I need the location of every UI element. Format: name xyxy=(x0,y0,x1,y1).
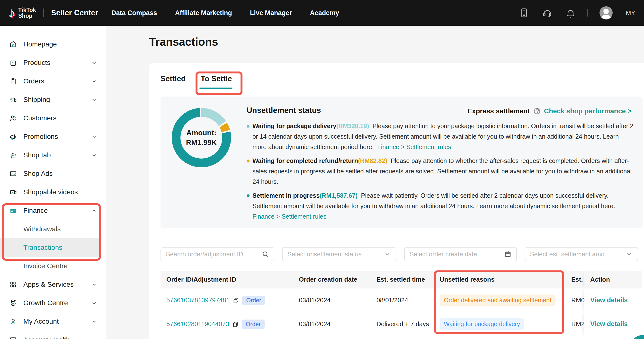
avatar-body xyxy=(601,15,611,20)
sidebar-item-apps-services[interactable]: Apps & Services xyxy=(0,275,106,294)
sidebar-item-growth-centre[interactable]: Growth Centre xyxy=(0,294,106,312)
chevron-down-icon xyxy=(91,152,97,158)
transactions-table: Order ID/Adjustment ID Order creation da… xyxy=(160,271,642,336)
order-id-link[interactable]: 576610378139797481 xyxy=(166,296,230,304)
table-row: 576610280119044073 Order 03/01/2024 Deli… xyxy=(160,312,642,336)
tab-settled[interactable]: Settled xyxy=(160,74,186,83)
reason-badge-waiting-delivery: Waiting for package delivery xyxy=(440,318,524,330)
copy-icon[interactable] xyxy=(232,321,239,328)
tab-to-settle[interactable]: To Settle xyxy=(201,74,232,83)
sidebar-item-homepage[interactable]: Homepage xyxy=(0,35,106,54)
bag-icon xyxy=(9,59,17,67)
person-icon xyxy=(9,318,17,326)
truck-icon xyxy=(9,96,17,104)
col-action: Action xyxy=(584,271,642,288)
bullet-dot-light-teal xyxy=(246,125,250,128)
sidebar-item-promotions[interactable]: Promotions xyxy=(0,128,106,146)
help-circle-icon[interactable]: ? xyxy=(533,108,541,115)
express-settlement: Express settlement ? Check shop performa… xyxy=(468,107,632,115)
check-shop-performance-link[interactable]: Check shop performance > xyxy=(544,107,632,115)
medal-icon xyxy=(9,299,17,307)
col-unsettled-reasons: Unsettled reasons xyxy=(434,276,566,283)
sidebar-item-invoice-centre[interactable]: Invoice Centre xyxy=(0,257,106,275)
order-type-badge: Order xyxy=(242,296,265,305)
donut-center-label: Amount: RM1.99K xyxy=(180,117,222,158)
support-headset-icon[interactable] xyxy=(542,8,552,18)
sidebar-item-transactions[interactable]: Transactions xyxy=(0,238,101,257)
settlement-rules-link[interactable]: Finance > Settlement rules xyxy=(377,144,451,150)
express-settlement-label: Express settlement xyxy=(468,107,530,115)
monitor-icon xyxy=(9,336,17,339)
est-settlement-amount-select[interactable] xyxy=(524,247,638,261)
est-amount-cell: RM0 xyxy=(566,296,584,304)
order-create-date-input[interactable] xyxy=(410,250,502,258)
view-details-link[interactable]: View details xyxy=(590,320,628,328)
chevron-down-icon xyxy=(91,60,97,66)
sidebar-item-my-account[interactable]: My Account xyxy=(0,312,106,331)
search-order-filter[interactable] xyxy=(160,247,274,261)
top-menu: Data Compass Affiliate Marketing Live Ma… xyxy=(112,9,339,17)
people-icon xyxy=(9,114,17,122)
order-create-date-picker[interactable] xyxy=(404,247,517,261)
panel-heading: Unsettlement status xyxy=(246,106,321,115)
bullet-settlement-in-progress: Settlement in progress(RM1,587.67)Please… xyxy=(246,190,634,222)
sidebar-item-account-health[interactable]: Account Health xyxy=(0,331,106,339)
settlement-rules-link[interactable]: Finance > Settlement rules xyxy=(252,213,326,220)
notification-bell-icon[interactable] xyxy=(566,8,576,18)
est-amount-cell: RM2 xyxy=(566,320,584,328)
product-name[interactable]: Seller Center xyxy=(51,8,98,17)
col-creation-date: Order creation date xyxy=(293,276,371,283)
tiktok-logo-icon[interactable]: ♪ xyxy=(9,6,15,20)
unsettlement-status-panel: Amount: RM1.99K Unsettlement status Expr… xyxy=(160,96,642,228)
col-est-settled-time: Est. settled time xyxy=(371,276,434,283)
page-title: Transactions xyxy=(149,35,218,48)
shopbag-icon xyxy=(9,151,17,159)
creation-date-cell: 03/01/2024 xyxy=(293,320,371,328)
clipboard-icon xyxy=(9,77,17,85)
unsettled-reason-cell: Waiting for package delivery xyxy=(434,318,566,330)
bullet-dot-orange xyxy=(246,160,250,162)
tiktok-shop-logo[interactable]: TikTok Shop xyxy=(18,7,36,19)
unsettled-reason-cell: Order delivered and awaiting settlement xyxy=(434,294,566,306)
col-est-settlement-amount: Est. s xyxy=(566,276,584,283)
account-avatar[interactable] xyxy=(600,6,613,20)
sidebar: Homepage Products Orders Shipping xyxy=(0,26,106,339)
sidebar-item-shop-tab[interactable]: Shop tab xyxy=(0,146,106,164)
menu-affiliate-marketing[interactable]: Affiliate Marketing xyxy=(175,9,232,17)
view-details-link[interactable]: View details xyxy=(590,296,628,304)
sidebar-item-products[interactable]: Products xyxy=(0,54,106,72)
bullet-dot-teal xyxy=(246,194,250,197)
megaphone-icon xyxy=(9,133,17,140)
bullet-waiting-refund-return: Waiting for completed refund/return(RM82… xyxy=(246,156,634,187)
chevron-down-icon xyxy=(91,97,97,102)
unsettlement-status-input[interactable] xyxy=(288,250,382,258)
sidebar-item-customers[interactable]: Customers xyxy=(0,109,106,128)
account-label[interactable]: MY xyxy=(626,9,635,17)
calendar-icon xyxy=(504,250,512,258)
transactions-card: Settled To Settle Amount: RM1.99K Unsett… xyxy=(149,63,644,339)
video-icon xyxy=(9,188,17,196)
order-id-link[interactable]: 576610280119044073 xyxy=(166,320,229,328)
sidebar-item-shoppable-videos[interactable]: Shoppable videos xyxy=(0,183,106,201)
col-order-id: Order ID/Adjustment ID xyxy=(160,276,293,283)
est-settlement-amount-input[interactable] xyxy=(530,250,624,258)
menu-live-manager[interactable]: Live Manager xyxy=(250,9,292,17)
home-icon xyxy=(9,40,17,48)
search-input[interactable] xyxy=(166,250,260,258)
grid-icon xyxy=(9,281,17,288)
filter-bar xyxy=(160,247,638,261)
mobile-app-icon[interactable] xyxy=(519,8,529,18)
table-row: 576610378139797481 Order 03/01/2024 08/0… xyxy=(160,288,642,312)
chevron-down-icon xyxy=(91,134,97,140)
sidebar-item-shop-ads[interactable]: AD Shop Ads xyxy=(0,164,106,183)
unsettlement-status-select[interactable] xyxy=(282,247,396,261)
menu-data-compass[interactable]: Data Compass xyxy=(112,9,157,17)
sidebar-item-withdrawals[interactable]: Withdrawals xyxy=(0,220,106,238)
menu-academy[interactable]: Academy xyxy=(310,9,339,17)
bullet-waiting-package-delivery: Waiting for package delivery(RM320.19)Pl… xyxy=(246,121,634,152)
chevron-up-icon xyxy=(91,208,97,214)
sidebar-item-shipping[interactable]: Shipping xyxy=(0,90,106,109)
sidebar-item-finance[interactable]: Finance xyxy=(0,201,106,220)
sidebar-item-orders[interactable]: Orders xyxy=(0,72,106,90)
copy-icon[interactable] xyxy=(232,297,239,304)
